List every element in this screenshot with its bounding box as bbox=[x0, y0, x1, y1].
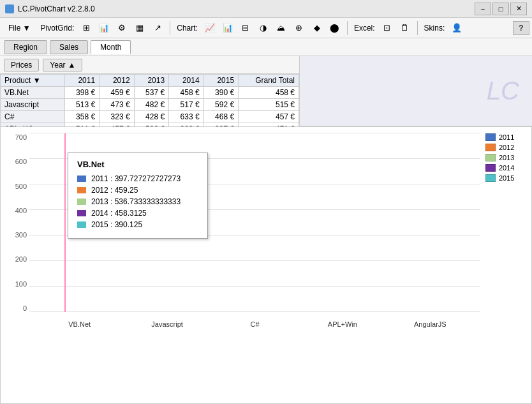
tooltip-color-box bbox=[77, 221, 86, 228]
table-row: C#358 €323 €428 €633 €468 €457 € bbox=[1, 111, 299, 123]
settings-icon[interactable]: ⚙ bbox=[114, 20, 129, 36]
excel-label: Excel: bbox=[352, 24, 377, 33]
area-chart-icon[interactable]: ⛰ bbox=[274, 20, 289, 36]
row-label: C# bbox=[1, 111, 65, 123]
tooltip-value: 2015 : 390.125 bbox=[91, 220, 142, 229]
y-axis-label: 400 bbox=[15, 207, 27, 214]
y-axis-label: 100 bbox=[15, 280, 27, 288]
cell-value: 515 € bbox=[239, 99, 299, 111]
x-axis-label: AngularJS bbox=[387, 320, 474, 328]
excel-export-icon[interactable]: 🗒 bbox=[397, 20, 413, 36]
cell-value: 358 € bbox=[64, 111, 100, 123]
year-field-button[interactable]: Year ▲ bbox=[43, 59, 82, 71]
year-2012-header: 2012 bbox=[100, 75, 135, 87]
separator-3 bbox=[417, 21, 418, 35]
export-icon[interactable]: ↗ bbox=[150, 20, 165, 36]
legend-item: 2013 bbox=[485, 154, 526, 161]
table-icon[interactable]: ⊟ bbox=[238, 20, 253, 36]
cell-value: 458 € bbox=[169, 87, 204, 99]
grid-icon[interactable]: ⊞ bbox=[78, 20, 94, 36]
watermark: LC bbox=[487, 77, 519, 105]
month-tab[interactable]: Month bbox=[91, 40, 131, 54]
year-2014-header: 2014 bbox=[169, 75, 204, 87]
chart-legend: 20112012201320142015 bbox=[480, 127, 531, 331]
tooltip-value: 2012 : 459.25 bbox=[91, 186, 138, 195]
diamond-icon[interactable]: ◆ bbox=[309, 20, 325, 36]
cell-value: 473 € bbox=[100, 99, 135, 111]
minimize-button[interactable]: − bbox=[475, 3, 491, 15]
legend-label: 2015 bbox=[499, 174, 514, 182]
cell-value: 633 € bbox=[169, 111, 204, 123]
sales-tab[interactable]: Sales bbox=[50, 40, 88, 54]
separator-1 bbox=[170, 21, 170, 35]
tooltip-value: 2014 : 458.3125 bbox=[91, 209, 147, 218]
cell-value: 323 € bbox=[100, 111, 135, 123]
table-header-row: Product ▼ 2011 2012 2013 2014 2015 Grand… bbox=[1, 75, 299, 87]
help-button[interactable]: ? bbox=[513, 21, 529, 35]
grand-total-header: Grand Total bbox=[239, 75, 299, 87]
legend-label: 2013 bbox=[499, 154, 514, 161]
pivot-tabs: Region Sales Month bbox=[0, 38, 532, 56]
tooltip-color-box bbox=[77, 198, 86, 205]
y-axis: 7006005004003002001000 bbox=[1, 127, 29, 331]
chart-type-icon[interactable]: 📈 bbox=[202, 20, 218, 36]
legend-color-box bbox=[485, 174, 496, 182]
legend-label: 2012 bbox=[499, 144, 514, 151]
row-label: VB.Net bbox=[1, 87, 65, 99]
cell-value: 592 € bbox=[203, 99, 239, 111]
cell-value: 459 € bbox=[100, 87, 135, 99]
cell-value: 428 € bbox=[134, 111, 169, 123]
cell-value: 537 € bbox=[134, 87, 169, 99]
filter-icon[interactable]: ▦ bbox=[132, 20, 147, 36]
chart-tooltip: VB.Net 2011 : 397.7272727272732012 : 459… bbox=[68, 153, 208, 239]
excel-copy-icon[interactable]: ⊡ bbox=[380, 20, 395, 36]
chart-label: Chart: bbox=[175, 24, 200, 33]
chart-main: VB.NetJavascriptC#APL+WinAngularJS VB.Ne… bbox=[29, 127, 480, 331]
legend-color-box bbox=[485, 164, 496, 172]
prices-field-button[interactable]: Prices bbox=[4, 59, 39, 71]
legend-item: 2014 bbox=[485, 164, 526, 172]
x-axis-label: VB.Net bbox=[36, 320, 123, 328]
cell-value: 513 € bbox=[64, 99, 100, 111]
tooltip-row: 2012 : 459.25 bbox=[77, 186, 198, 195]
pie-chart-icon[interactable]: ◑ bbox=[256, 20, 271, 36]
maximize-button[interactable]: □ bbox=[492, 3, 509, 15]
chart-bar-icon[interactable]: 📊 bbox=[96, 20, 112, 36]
pivot-right-panel: LC bbox=[300, 56, 532, 126]
product-column-header[interactable]: Product ▼ bbox=[1, 75, 65, 87]
table-row: Javascript513 €473 €482 €517 €592 €515 € bbox=[1, 99, 299, 111]
cell-value: 390 € bbox=[203, 87, 239, 99]
x-axis-label: APL+Win bbox=[299, 320, 386, 328]
scatter-icon[interactable]: ⊕ bbox=[292, 20, 307, 36]
app-icon bbox=[5, 4, 14, 13]
legend-item: 2015 bbox=[485, 174, 526, 182]
tooltip-row: 2014 : 458.3125 bbox=[77, 209, 198, 218]
close-button[interactable]: ✕ bbox=[510, 3, 527, 15]
legend-item: 2011 bbox=[485, 133, 526, 141]
year-label: Year bbox=[50, 61, 65, 70]
table-row: VB.Net398 €459 €537 €458 €390 €458 € bbox=[1, 87, 299, 99]
x-labels: VB.NetJavascriptC#APL+WinAngularJS bbox=[29, 320, 480, 328]
title-bar: LC.PivotChart v2.2.8.0 − □ ✕ bbox=[0, 0, 532, 18]
x-axis-label: Javascript bbox=[123, 320, 211, 328]
window-controls: − □ ✕ bbox=[475, 3, 527, 15]
bar-chart-icon[interactable]: 📊 bbox=[220, 20, 235, 36]
tooltip-row: 2011 : 397.727272727273 bbox=[77, 174, 198, 183]
row-label: Javascript bbox=[1, 99, 65, 111]
chart-area: 7006005004003002001000 VB.NetJavascriptC… bbox=[0, 126, 532, 404]
y-axis-label: 600 bbox=[15, 158, 27, 165]
legend-color-box bbox=[485, 144, 496, 151]
app-title: LC.PivotChart v2.2.8.0 bbox=[18, 4, 95, 13]
file-menu[interactable]: File ▼ bbox=[3, 21, 36, 35]
tooltip-title: VB.Net bbox=[77, 160, 198, 169]
tooltip-row: 2013 : 536.733333333333 bbox=[77, 197, 198, 206]
cell-value: 458 € bbox=[239, 87, 299, 99]
legend-item: 2012 bbox=[485, 144, 526, 151]
region-tab[interactable]: Region bbox=[4, 40, 47, 54]
skin-icon[interactable]: 👤 bbox=[449, 20, 464, 36]
menu-bar: File ▼ PivotGrid: ⊞ 📊 ⚙ ▦ ↗ Chart: 📈 📊 ⊟… bbox=[0, 18, 532, 38]
bubble-icon[interactable]: ⬤ bbox=[327, 20, 343, 36]
pivotgrid-label: PivotGrid: bbox=[39, 24, 77, 33]
legend-color-box bbox=[485, 133, 496, 141]
cell-value: 468 € bbox=[203, 111, 239, 123]
